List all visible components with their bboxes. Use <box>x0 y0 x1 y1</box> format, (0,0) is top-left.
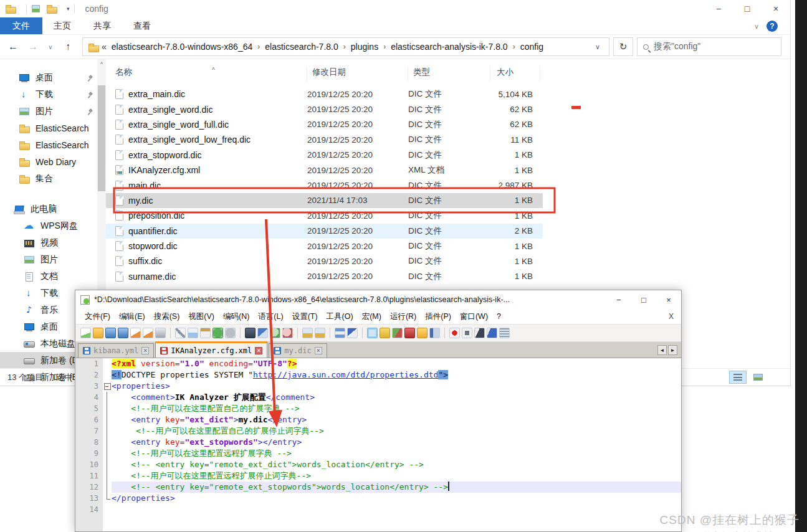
sidebar-item-此电脑[interactable]: 此电脑 <box>0 201 97 217</box>
recent-locations-icon[interactable]: ∨ <box>45 44 56 50</box>
npp-menu-工具(O)[interactable]: 工具(O) <box>322 311 358 322</box>
quick-access-new-folder-icon[interactable] <box>46 4 57 14</box>
file-row-quantifier.dic[interactable]: quantifier.dic2019/12/25 20:20DIC 文件2 KB <box>106 224 543 239</box>
breadcrumb-overflow[interactable]: « <box>102 42 107 52</box>
print-icon[interactable] <box>155 328 166 338</box>
sidebar-item-集合[interactable]: 集合 <box>0 170 97 187</box>
find-icon[interactable] <box>245 328 255 338</box>
search-input[interactable]: 搜索"config" <box>637 37 781 56</box>
npp-menu-编码(N)[interactable]: 编码(N) <box>219 311 254 322</box>
bookmark-margin[interactable] <box>75 403 84 414</box>
bookmark-margin[interactable] <box>75 358 84 369</box>
npp-maximize-button[interactable]: □ <box>631 290 656 309</box>
file-row-extra_main.dic[interactable]: extra_main.dic2019/12/25 20:20DIC 文件5,10… <box>106 87 543 102</box>
macro-save-icon[interactable] <box>499 328 510 338</box>
folder-as-workspace-icon[interactable] <box>417 328 427 338</box>
file-row-extra_single_word_full.dic[interactable]: extra_single_word_full.dic2019/12/25 20:… <box>106 117 543 132</box>
sidebar-item-Web Diary[interactable]: Web Diary <box>0 153 97 170</box>
npp-menu-搜索(S)[interactable]: 搜索(S) <box>150 311 184 322</box>
sidebar-item-图片[interactable]: 图片 <box>0 103 97 120</box>
macro-run-multiple-icon[interactable] <box>487 328 497 338</box>
bookmark-margin[interactable] <box>75 504 84 515</box>
show-all-characters-icon[interactable] <box>347 328 358 338</box>
details-view-button[interactable] <box>729 371 747 384</box>
sidebar-item-文档[interactable]: 文档 <box>0 268 97 285</box>
scrollbar-thumb[interactable] <box>98 85 105 191</box>
view-in-browser-icon[interactable] <box>392 328 403 338</box>
sidebar-item-ElasticSearch[interactable]: ElasticSearch <box>0 136 97 153</box>
editor-tab-kibana.yml[interactable]: kibana.yml <box>78 343 154 358</box>
breadcrumb-segment[interactable]: config <box>520 42 543 52</box>
bookmark-margin[interactable] <box>75 381 84 392</box>
npp-menu-宏(M)[interactable]: 宏(M) <box>358 311 386 322</box>
npp-menu-语言(L)[interactable]: 语言(L) <box>254 311 287 322</box>
sidebar-item-视频[interactable]: 视频 <box>0 234 97 251</box>
npp-menu-运行(R)[interactable]: 运行(R) <box>386 311 421 322</box>
minimize-button[interactable]: − <box>704 0 733 17</box>
cut-icon[interactable] <box>175 328 186 338</box>
new-file-icon[interactable] <box>80 328 91 338</box>
forward-button[interactable]: → <box>25 41 41 52</box>
thumbnail-view-button[interactable] <box>749 371 766 384</box>
up-button[interactable]: ↑ <box>60 41 76 52</box>
npp-close-button[interactable]: × <box>656 290 681 309</box>
ribbon-tab-3[interactable]: 查看 <box>122 17 162 34</box>
column-header-名称[interactable]: 名称^ <box>115 67 307 82</box>
npp-menu-窗口(W)[interactable]: 窗口(W) <box>456 311 492 322</box>
file-row-suffix.dic[interactable]: suffix.dic2019/12/25 20:20DIC 文件1 KB <box>106 254 543 268</box>
maximize-button[interactable]: □ <box>733 0 762 17</box>
bookmark-margin[interactable] <box>75 437 84 448</box>
quick-access-properties-icon[interactable] <box>31 4 41 14</box>
function-list-icon[interactable] <box>404 328 415 338</box>
document-map-icon[interactable] <box>429 328 440 338</box>
file-row-surname.dic[interactable]: surname.dic2019/12/25 20:20DIC 文件1 KB <box>106 269 543 284</box>
file-row-extra_single_word.dic[interactable]: extra_single_word.dic2019/12/25 20:20DIC… <box>106 102 543 116</box>
npp-menu-编辑(E)[interactable]: 编辑(E) <box>115 311 150 322</box>
tab-close-icon[interactable] <box>255 347 262 354</box>
address-bar[interactable]: « elasticsearch-7.8.0-windows-x86_64›ela… <box>82 37 609 56</box>
editor-tab-IKAnalyzer.cfg.xml[interactable]: IKAnalyzer.cfg.xml <box>155 341 267 358</box>
save-icon[interactable] <box>105 328 116 338</box>
close-all-icon[interactable] <box>143 328 153 338</box>
breadcrumb-segment[interactable]: elasticsearch-7.8.0-windows-x86_64 <box>112 42 252 52</box>
bookmark-margin[interactable] <box>75 459 84 470</box>
file-row-extra_single_word_low_freq.dic[interactable]: extra_single_word_low_freq.dic2019/12/25… <box>106 132 543 147</box>
word-wrap-icon[interactable] <box>335 328 345 338</box>
sidebar-item-桌面[interactable]: 桌面 <box>0 69 97 86</box>
file-row-preposition.dic[interactable]: preposition.dic2019/12/25 20:20DIC 文件1 K… <box>106 208 543 223</box>
column-header-修改日期[interactable]: 修改日期 <box>307 67 408 82</box>
open-file-icon[interactable] <box>93 328 103 338</box>
breadcrumb-segment[interactable]: elasticsearch-7.8.0 <box>265 42 338 52</box>
file-row-stopword.dic[interactable]: stopword.dic2019/12/25 20:20DIC 文件1 KB <box>106 239 543 254</box>
ribbon-collapse-icon[interactable]: ∨ <box>754 22 759 31</box>
close-icon[interactable] <box>130 328 141 338</box>
column-header-类型[interactable]: 类型 <box>408 67 490 82</box>
scrollbar-up-icon[interactable]: ^ <box>97 59 106 67</box>
macro-record-icon[interactable] <box>449 328 460 338</box>
npp-menu-文件(F)[interactable]: 文件(F) <box>80 311 115 322</box>
sync-scroll-v-icon[interactable] <box>302 328 313 338</box>
bookmark-margin[interactable] <box>75 425 84 437</box>
indent-guide-icon[interactable] <box>367 328 378 338</box>
replace-icon[interactable] <box>257 328 268 338</box>
editor-tab-my.dic[interactable]: my.dic <box>269 343 327 358</box>
refresh-button[interactable]: ↻ <box>613 37 633 56</box>
sidebar-item-WPS网盘[interactable]: WPS网盘 <box>0 217 97 234</box>
redo-icon[interactable] <box>225 328 236 338</box>
npp-menu-?[interactable]: ? <box>492 312 505 321</box>
back-button[interactable]: ← <box>5 41 21 52</box>
tab-scroll-left-icon[interactable]: ◄ <box>657 345 667 355</box>
bookmark-margin[interactable] <box>75 369 84 381</box>
bookmark-margin[interactable] <box>75 470 84 482</box>
code-editor[interactable]: 1<?xml version="1.0" encoding="UTF-8"?>2… <box>75 358 681 532</box>
ribbon-tab-2[interactable]: 共享 <box>82 17 122 34</box>
npp-minimize-button[interactable]: − <box>606 290 631 309</box>
breadcrumb-segment[interactable]: elasticsearch-analysis-ik-7.8.0 <box>391 42 508 52</box>
column-header-大小[interactable]: 大小 <box>490 67 540 82</box>
npp-menu-插件(P)[interactable]: 插件(P) <box>421 311 456 322</box>
fold-marker[interactable] <box>103 381 112 392</box>
bookmark-margin[interactable] <box>75 482 84 493</box>
zoom-out-icon[interactable] <box>282 328 293 338</box>
undo-icon[interactable] <box>212 328 223 338</box>
user-commands-icon[interactable] <box>380 328 390 338</box>
